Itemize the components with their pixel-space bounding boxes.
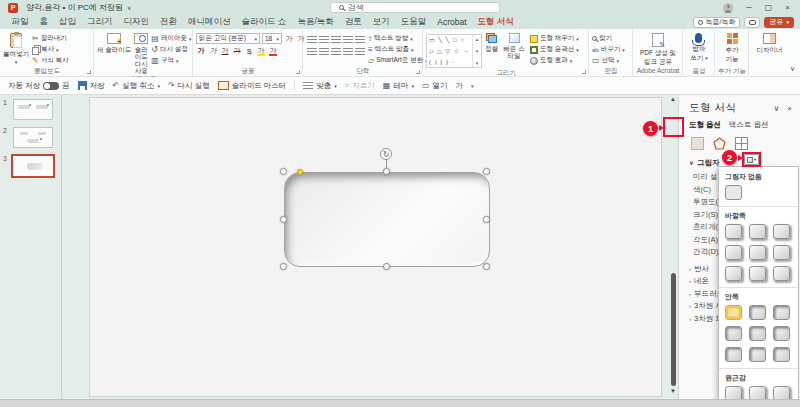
scroll-up-icon[interactable]: ▲ xyxy=(670,96,676,102)
tab-help[interactable]: 도움말 xyxy=(395,16,432,28)
shape-fill-button[interactable]: 도형 채우기▾ xyxy=(530,34,579,43)
arrange-button[interactable]: 정렬 xyxy=(485,31,498,52)
qat-more-button[interactable]: ▾ xyxy=(471,83,474,89)
text-direction-button[interactable]: ↕텍스트 방향▾ xyxy=(368,34,428,43)
clipboard-dialog-launcher[interactable] xyxy=(87,70,91,74)
slide-master-button[interactable]: 슬라이드 마스터 xyxy=(218,81,287,91)
quick-styles-button[interactable]: 빠른 스타일 xyxy=(501,31,527,59)
resize-handle-w[interactable] xyxy=(280,216,287,223)
preset-inner-5[interactable] xyxy=(749,326,766,341)
find-button[interactable]: 찾기 xyxy=(592,34,625,43)
copy-button[interactable]: 복사▾ xyxy=(32,45,69,54)
preset-outer-3[interactable] xyxy=(773,224,790,239)
decrease-indent-button[interactable] xyxy=(330,34,341,45)
tab-acrobat[interactable]: Acrobat xyxy=(432,17,472,27)
tab-shape-format[interactable]: 도형 서식 xyxy=(472,16,519,28)
tab-shape-options[interactable]: 도형 옵션 xyxy=(689,120,721,130)
replace-button[interactable]: ab바꾸기▾ xyxy=(592,45,625,54)
rounded-rectangle-shape[interactable] xyxy=(284,172,490,267)
slide-thumbnail-2[interactable] xyxy=(13,127,53,148)
pdf-create-share-button[interactable]: PDF 생성 및 링크 공유 xyxy=(640,31,676,65)
redo-button[interactable]: ↷다시 실행 xyxy=(168,81,210,91)
paste-button[interactable]: 붙여넣기▾ xyxy=(3,31,29,66)
vertical-scrollbar[interactable] xyxy=(671,273,676,386)
slide-thumbnail-1[interactable] xyxy=(13,99,53,120)
dictate-button[interactable]: 받아 쓰기 ▾ xyxy=(690,31,707,62)
scroll-down-icon[interactable]: ▼ xyxy=(670,388,676,394)
fill-line-icon[interactable] xyxy=(691,137,704,150)
autosave-toggle[interactable]: 자동 저장 끔 xyxy=(8,81,70,91)
theme-button[interactable]: ▦테마▾ xyxy=(383,81,414,91)
record-button[interactable]: 녹음/녹화 xyxy=(693,17,741,28)
selected-shape[interactable]: ↻ xyxy=(284,172,490,267)
close-button[interactable]: × xyxy=(785,0,790,15)
open-button[interactable]: ▭열기 xyxy=(422,81,448,91)
align-center-button[interactable] xyxy=(318,46,329,57)
panel-close-icon[interactable]: × xyxy=(787,104,792,113)
rotate-handle[interactable]: ↻ xyxy=(380,148,392,160)
slide-thumbnail-3-selected[interactable] xyxy=(11,154,55,178)
size-properties-icon[interactable] xyxy=(735,137,748,150)
preset-inner-1-selected[interactable] xyxy=(725,305,742,320)
resize-handle-n[interactable] xyxy=(383,168,390,175)
grow-font-button[interactable]: 가 xyxy=(284,34,294,44)
panel-chevron-down-icon[interactable]: ∨ xyxy=(773,104,779,113)
shape-effects-button[interactable]: 도형 효과▾ xyxy=(530,56,579,65)
new-slide-button[interactable]: 새 슬라이드 xyxy=(97,31,131,53)
slide-canvas[interactable]: ↻ xyxy=(89,97,662,397)
preset-inner-9[interactable] xyxy=(773,347,790,362)
tab-insert[interactable]: 삽입 xyxy=(54,16,82,28)
tab-review[interactable]: 검토 xyxy=(339,16,367,28)
undo-button[interactable]: ↶실행 취소▾ xyxy=(113,81,160,91)
preset-inner-7[interactable] xyxy=(725,347,742,362)
bold-button[interactable]: 가 xyxy=(196,46,206,56)
preset-outer-1[interactable] xyxy=(725,224,742,239)
share-button[interactable]: 공유 ▾ xyxy=(764,17,794,28)
resize-handle-sw[interactable] xyxy=(280,263,287,270)
layout-button[interactable]: ▤레이아웃▾ xyxy=(151,34,191,43)
resize-handle-se[interactable] xyxy=(483,263,490,270)
preset-inner-4[interactable] xyxy=(725,326,742,341)
preset-inner-8[interactable] xyxy=(749,347,766,362)
drawing-dialog-launcher[interactable] xyxy=(582,70,586,74)
minimize-button[interactable]: ─ xyxy=(746,0,752,15)
tab-draw[interactable]: 그리기 xyxy=(82,16,119,28)
preset-outer-7[interactable] xyxy=(725,266,742,281)
increase-indent-button[interactable] xyxy=(342,34,353,45)
section-button[interactable]: ▥구역▾ xyxy=(151,56,191,65)
align-left-button[interactable] xyxy=(306,46,317,57)
align-right-button[interactable] xyxy=(330,46,341,57)
bullets-button[interactable] xyxy=(306,34,317,45)
preset-outer-8[interactable] xyxy=(749,266,766,281)
comments-button[interactable] xyxy=(744,17,760,28)
font-size-select[interactable]: 18▾ xyxy=(262,33,282,44)
adjust-handle[interactable] xyxy=(297,169,303,175)
account-avatar[interactable] xyxy=(723,3,733,13)
tab-text-options[interactable]: 텍스트 옵션 xyxy=(729,120,769,130)
text-shadow-button[interactable]: S xyxy=(244,46,254,56)
align-button[interactable]: 맞춤▾ xyxy=(303,81,337,91)
search-input[interactable]: 검색 xyxy=(330,2,500,13)
cut-button[interactable]: ✂잘라내기 xyxy=(32,34,69,43)
preset-outer-6[interactable] xyxy=(773,245,790,260)
preset-no-shadow[interactable] xyxy=(725,185,742,200)
addins-button[interactable]: 추가 기능 xyxy=(726,31,739,62)
preset-inner-2[interactable] xyxy=(749,305,766,320)
tab-design[interactable]: 디자인 xyxy=(118,16,155,28)
save-button[interactable]: 저장 xyxy=(78,81,105,91)
effects-icon[interactable] xyxy=(713,137,726,150)
select-button[interactable]: ▭선택▾ xyxy=(592,56,625,65)
font-color-button[interactable]: 가 xyxy=(268,46,278,56)
title-dropdown-icon[interactable]: ∨ xyxy=(127,4,131,11)
reset-button[interactable]: ↺다시 설정 xyxy=(151,45,191,54)
tab-transitions[interactable]: 전환 xyxy=(155,16,183,28)
shape-gallery-scroll[interactable]: ▴▾▾ xyxy=(472,35,481,67)
maximize-button[interactable]: ▢ xyxy=(765,0,773,15)
preset-outer-9[interactable] xyxy=(773,266,790,281)
tab-home[interactable]: 홈 xyxy=(34,16,54,28)
numbering-button[interactable] xyxy=(318,34,329,45)
tab-view[interactable]: 보기 xyxy=(367,16,395,28)
italic-button[interactable]: 가 xyxy=(208,46,218,56)
columns-button[interactable] xyxy=(354,46,365,57)
resize-handle-nw[interactable] xyxy=(280,168,287,175)
